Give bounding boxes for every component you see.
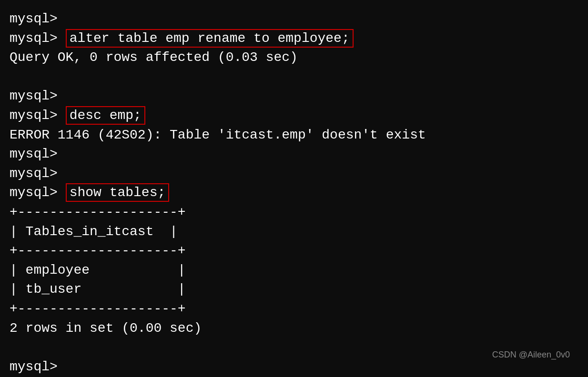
line-7: ERROR 1146 (42S02): Table 'itcast.emp' d… [10, 126, 578, 145]
line-4 [10, 68, 578, 87]
line-1: mysql> [10, 10, 578, 29]
line-16: +--------------------+ [10, 299, 578, 319]
line-8: mysql> [10, 145, 578, 164]
line-2: mysql> alter table emp rename to employe… [10, 29, 578, 49]
prompt-5: mysql> [10, 89, 58, 103]
prompt-19: mysql> [10, 359, 58, 374]
line-11: +--------------------+ [10, 203, 578, 222]
prompt-2: mysql> [10, 31, 66, 46]
command-show-tables: show tables; [66, 183, 170, 202]
line-17: 2 rows in set (0.00 sec) [10, 319, 578, 338]
watermark: CSDN @Aileen_0v0 [492, 348, 570, 361]
line-9: mysql> [10, 164, 578, 184]
line-14: | employee | [10, 261, 578, 280]
terminal-window: mysql> mysql> alter table emp rename to … [10, 10, 578, 367]
line-12: | Tables_in_itcast | [10, 222, 578, 242]
line-3: Query OK, 0 rows affected (0.03 sec) [10, 48, 578, 68]
line-5: mysql> [10, 87, 578, 106]
prompt-1: mysql> [10, 11, 58, 26]
line-15: | tb_user | [10, 280, 578, 299]
line-6: mysql> desc emp; [10, 106, 578, 126]
prompt-10: mysql> [10, 185, 66, 200]
line-13: +--------------------+ [10, 241, 578, 261]
prompt-6: mysql> [10, 108, 66, 123]
prompt-9: mysql> [10, 166, 58, 181]
command-desc-emp: desc emp; [66, 106, 145, 125]
line-10: mysql> show tables; [10, 183, 578, 203]
prompt-8: mysql> [10, 147, 58, 161]
command-alter-table: alter table emp rename to employee; [66, 29, 354, 48]
